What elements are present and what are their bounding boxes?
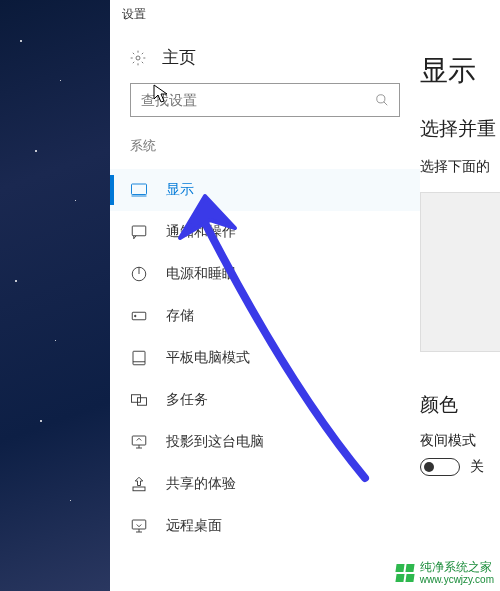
nav-item-power[interactable]: 电源和睡眠 [110,253,420,295]
night-mode-toggle-row: 关 [420,458,500,476]
nav-item-label: 通知和操作 [166,223,236,241]
night-mode-label: 夜间模式 [420,432,500,450]
remote-icon [130,517,148,535]
page-title: 显示 [420,52,500,90]
svg-rect-15 [133,487,145,491]
nav-item-remote[interactable]: 远程桌面 [110,505,420,547]
star [55,340,56,341]
svg-point-1 [377,95,385,103]
desktop-background [0,0,110,591]
tablet-icon [130,349,148,367]
nav-item-multitask[interactable]: 多任务 [110,379,420,421]
nav-item-label: 电源和睡眠 [166,265,236,283]
multitask-icon [130,391,148,409]
watermark: 纯净系统之家 www.ycwjzy.com [396,561,494,585]
search-icon [375,93,389,107]
star [15,280,17,282]
home-label: 主页 [162,46,196,69]
star [35,150,37,152]
search-input[interactable] [141,92,375,108]
toggle-knob [424,462,434,472]
main-content: 显示 选择并重 选择下面的 颜色 夜间模式 关 [420,28,500,591]
share-icon [130,475,148,493]
svg-rect-14 [132,436,146,445]
watermark-name: 纯净系统之家 [420,561,494,574]
svg-line-2 [384,102,388,106]
navigation-panel: 主页 系统 显示 通 [110,28,420,591]
window-title: 设置 [122,6,146,23]
nav-item-projecting[interactable]: 投影到这台电脑 [110,421,420,463]
page-subheading: 选择并重 [420,116,500,142]
home-button[interactable]: 主页 [110,46,420,69]
star [70,500,71,501]
nav-item-label: 投影到这台电脑 [166,433,264,451]
chat-icon [130,223,148,241]
storage-icon [130,307,148,325]
svg-point-0 [136,56,140,60]
svg-rect-12 [132,395,141,403]
nav-item-label: 显示 [166,181,194,199]
star [40,420,42,422]
page-description: 选择下面的 [420,158,500,176]
svg-point-9 [135,315,137,317]
nav-item-label: 多任务 [166,391,208,409]
svg-rect-3 [132,184,147,195]
category-label: 系统 [110,137,420,155]
star [60,80,61,81]
nav-item-shared[interactable]: 共享的体验 [110,463,420,505]
watermark-url: www.ycwjzy.com [420,574,494,585]
content-area: 主页 系统 显示 通 [110,28,500,591]
gear-icon [130,50,146,66]
nav-item-storage[interactable]: 存储 [110,295,420,337]
project-icon [130,433,148,451]
cursor-icon [153,84,171,104]
power-icon [130,265,148,283]
nav-item-tablet[interactable]: 平板电脑模式 [110,337,420,379]
color-heading: 颜色 [420,392,500,418]
night-mode-state: 关 [470,458,484,476]
monitor-icon [130,181,148,199]
night-mode-toggle[interactable] [420,458,460,476]
window-titlebar: 设置 [110,0,500,28]
svg-rect-5 [132,226,146,236]
nav-item-label: 存储 [166,307,194,325]
nav-item-label: 平板电脑模式 [166,349,250,367]
nav-item-notifications[interactable]: 通知和操作 [110,211,420,253]
nav-item-display[interactable]: 显示 [110,169,420,211]
svg-rect-16 [132,520,146,529]
nav-item-label: 共享的体验 [166,475,236,493]
watermark-logo [396,564,414,582]
star [20,40,22,42]
nav-item-label: 远程桌面 [166,517,222,535]
display-preview[interactable] [420,192,500,352]
watermark-text: 纯净系统之家 www.ycwjzy.com [420,561,494,585]
star [75,200,76,201]
svg-rect-10 [133,351,145,365]
svg-rect-13 [138,398,147,406]
